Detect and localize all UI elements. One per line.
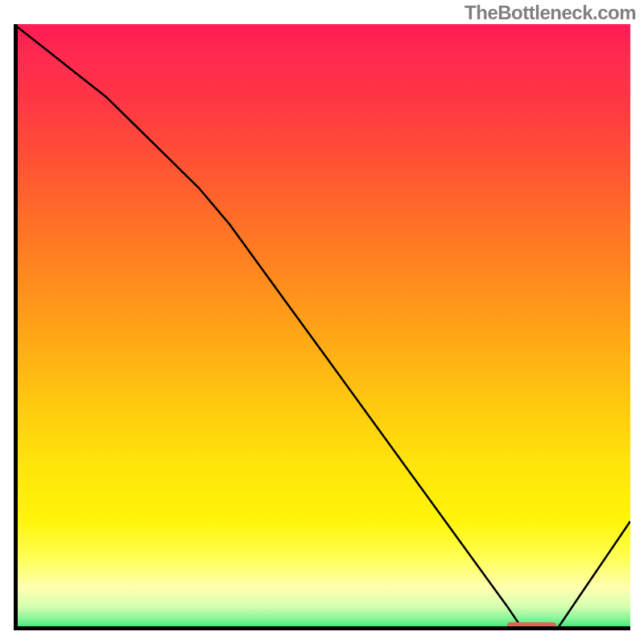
watermark-text: TheBottleneck.com: [464, 2, 636, 24]
y-axis: [14, 24, 18, 630]
x-axis: [14, 626, 630, 630]
bottleneck-curve: [14, 24, 630, 630]
plot-container: [14, 24, 630, 630]
